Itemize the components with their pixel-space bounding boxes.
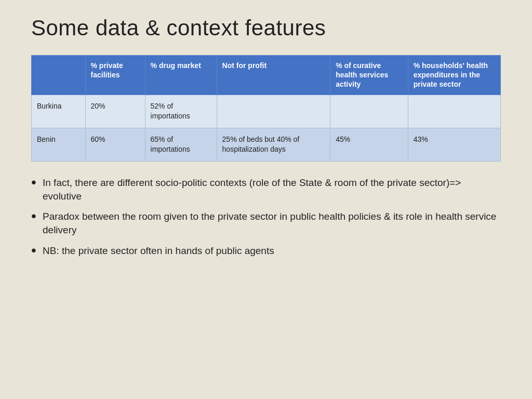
- table-cell-curative: [330, 95, 408, 128]
- bullet-item: •Paradox between the room given to the p…: [31, 210, 501, 236]
- bullet-dot-icon: •: [31, 243, 43, 258]
- bullet-item: •NB: the private sector often in hands o…: [31, 244, 501, 258]
- th-households: % households' health expenditures in the…: [408, 56, 500, 95]
- bullet-item: •In fact, there are different socio-poli…: [31, 176, 501, 203]
- table-cell-private_facilities: 60%: [85, 128, 145, 161]
- bullet-list: •In fact, there are different socio-poli…: [31, 176, 501, 265]
- table-cell-not_for_profit: 25% of beds but 40% of hospitalization d…: [217, 128, 330, 161]
- table-cell-households: [408, 95, 500, 128]
- bullet-text: Paradox between the room given to the pr…: [43, 210, 501, 236]
- bullet-dot-icon: •: [31, 209, 43, 223]
- table-body: Burkina20%52% of importationsBenin60%65%…: [32, 95, 501, 161]
- th-label: [32, 56, 86, 95]
- bullet-dot-icon: •: [31, 175, 43, 190]
- table-cell-drug_market: 65% of importations: [145, 128, 217, 161]
- table-cell-label: Burkina: [32, 95, 86, 128]
- th-curative: % of curative health services activity: [330, 56, 408, 95]
- table-cell-drug_market: 52% of importations: [145, 95, 217, 128]
- table-row: Burkina20%52% of importations: [32, 95, 501, 128]
- table-cell-not_for_profit: [217, 95, 330, 128]
- table-cell-private_facilities: 20%: [85, 95, 145, 128]
- page-title: Some data & context features: [31, 16, 326, 41]
- th-drug-market: % drug market: [145, 56, 217, 95]
- th-not-for-profit: Not for profit: [217, 56, 330, 95]
- table-row: Benin60%65% of importations25% of beds b…: [32, 128, 501, 161]
- table-header-row: % private facilities % drug market Not f…: [32, 56, 501, 95]
- table-cell-households: 43%: [408, 128, 500, 161]
- data-table-wrapper: % private facilities % drug market Not f…: [31, 55, 501, 162]
- th-private-facilities: % private facilities: [85, 56, 145, 95]
- data-table: % private facilities % drug market Not f…: [31, 55, 501, 162]
- bullet-text: NB: the private sector often in hands of…: [43, 244, 274, 258]
- bullet-text: In fact, there are different socio-polit…: [43, 176, 501, 203]
- table-cell-label: Benin: [32, 128, 86, 161]
- table-cell-curative: 45%: [330, 128, 408, 161]
